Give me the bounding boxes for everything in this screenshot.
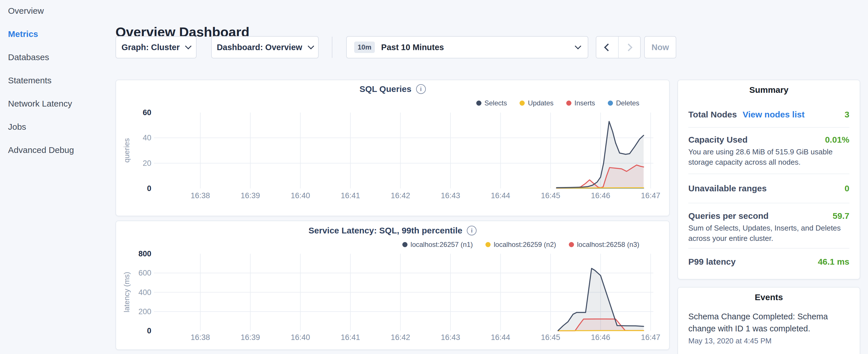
summary-row-value: 3	[844, 109, 849, 120]
app-root: OverviewMetricsDatabasesStatementsNetwor…	[0, 0, 868, 354]
svg-text:60: 60	[143, 108, 151, 117]
chevron-down-icon	[575, 43, 582, 50]
sidebar-item-network-latency[interactable]: Network Latency	[0, 95, 115, 112]
sql-queries-chart[interactable]: 020406016:3816:3916:4016:4116:4216:4316:…	[116, 80, 669, 216]
svg-text:0: 0	[147, 326, 151, 335]
svg-text:16:39: 16:39	[241, 191, 260, 200]
time-range-badge: 10m	[354, 41, 375, 53]
summary-row-line: Total NodesView nodes list3	[688, 109, 849, 120]
svg-text:16:45: 16:45	[541, 333, 560, 342]
summary-row: Total NodesView nodes list3	[688, 96, 849, 128]
svg-text:16:38: 16:38	[191, 333, 210, 342]
controls-divider	[332, 37, 333, 58]
summary-row: Unavailable ranges0	[688, 174, 849, 203]
event-timestamp: May 13, 2020 at 4:45 PM	[688, 335, 849, 347]
dashboard-dropdown-label: Dashboard: Overview	[217, 43, 302, 52]
sidebar-item-statements[interactable]: Statements	[0, 72, 115, 89]
service-latency-chart[interactable]: 020040060080016:3816:3916:4016:4116:4216…	[116, 221, 669, 349]
event-list-item: Schema Change Completed: Schema change w…	[688, 311, 849, 347]
summary-row-value: 59.7	[833, 210, 849, 222]
summary-row-label: P99 latency	[688, 256, 736, 267]
svg-text:16:41: 16:41	[341, 191, 360, 200]
graph-dropdown-label: Graph: Cluster	[122, 43, 180, 52]
summary-row-line: Capacity Used0.01%	[688, 134, 849, 146]
events-panel: Events Schema Change Completed: Schema c…	[677, 287, 860, 354]
event-text: Schema Change Completed: Schema change w…	[688, 311, 833, 334]
time-step-buttons	[596, 36, 641, 58]
summary-row-label: Queries per second	[688, 210, 769, 222]
summary-panel: Summary Total NodesView nodes list3Capac…	[677, 79, 860, 280]
sidebar-item-advanced-debug[interactable]: Advanced Debug	[0, 141, 115, 159]
svg-text:16:44: 16:44	[491, 191, 510, 200]
chevron-down-icon	[185, 43, 192, 50]
svg-text:16:40: 16:40	[290, 333, 310, 342]
summary-row-value: 0.01%	[825, 134, 849, 146]
svg-text:queries: queries	[122, 138, 131, 162]
svg-text:16:40: 16:40	[290, 191, 310, 200]
svg-text:800: 800	[138, 250, 151, 258]
svg-text:200: 200	[138, 307, 151, 316]
sidebar-item-databases[interactable]: Databases	[0, 49, 115, 66]
summary-row-label: Capacity Used	[688, 134, 748, 146]
svg-text:16:43: 16:43	[441, 333, 460, 342]
summary-row: Capacity Used0.01%You are using 28.6 MiB…	[688, 128, 849, 174]
sql-queries-chart-card: SQL Queries i SelectsUpdatesInsertsDelet…	[116, 79, 670, 216]
svg-text:20: 20	[143, 159, 151, 167]
summary-row: Queries per second59.7Sum of Selects, Up…	[688, 203, 849, 249]
svg-text:16:44: 16:44	[491, 333, 510, 342]
svg-text:600: 600	[138, 269, 151, 277]
graph-dropdown[interactable]: Graph: Cluster	[116, 36, 196, 58]
sidebar-item-metrics[interactable]: Metrics	[0, 26, 115, 43]
view-nodes-list-link[interactable]: View nodes list	[743, 109, 804, 120]
svg-text:16:45: 16:45	[541, 191, 560, 200]
svg-text:400: 400	[138, 288, 151, 297]
svg-text:16:43: 16:43	[441, 191, 460, 200]
summary-row-line: P99 latency46.1 ms	[688, 256, 849, 267]
time-range-label: Past 10 Minutes	[381, 43, 444, 52]
dashboard-dropdown[interactable]: Dashboard: Overview	[211, 36, 319, 58]
summary-row-description: You are using 28.6 MiB of 515.9 GiB usab…	[688, 147, 846, 167]
summary-row: P99 latency46.1 ms	[688, 249, 849, 267]
svg-text:16:38: 16:38	[191, 191, 210, 200]
chevron-down-icon	[308, 43, 314, 50]
svg-text:16:42: 16:42	[391, 191, 410, 200]
service-latency-chart-card: Service Latency: SQL, 99th percentile i …	[116, 221, 670, 350]
sidebar: OverviewMetricsDatabasesStatementsNetwor…	[0, 0, 115, 354]
sidebar-item-overview[interactable]: Overview	[0, 2, 115, 20]
svg-text:16:39: 16:39	[241, 333, 260, 342]
sidebar-item-jobs[interactable]: Jobs	[0, 118, 115, 135]
svg-text:40: 40	[143, 133, 151, 142]
svg-text:0: 0	[147, 184, 151, 193]
summary-row-label: Unavailable ranges	[688, 183, 767, 194]
svg-text:latency (ms): latency (ms)	[122, 272, 131, 313]
summary-row-value: 46.1 ms	[818, 256, 849, 267]
chevron-left-icon	[604, 43, 612, 51]
svg-text:16:47: 16:47	[641, 333, 660, 342]
svg-text:16:47: 16:47	[641, 191, 660, 200]
summary-row-value: 0	[844, 183, 849, 194]
summary-row-description: Sum of Selects, Updates, Inserts, and De…	[688, 223, 846, 244]
svg-text:16:42: 16:42	[391, 333, 410, 342]
summary-row-line: Unavailable ranges0	[688, 183, 849, 194]
next-time-button[interactable]	[618, 37, 641, 58]
summary-title: Summary	[688, 84, 849, 96]
previous-time-button[interactable]	[596, 37, 618, 58]
summary-row-line: Queries per second59.7	[688, 210, 849, 222]
events-title: Events	[688, 292, 849, 303]
time-range-selector[interactable]: 10m Past 10 Minutes	[346, 36, 588, 58]
summary-row-label: Total Nodes	[688, 109, 737, 120]
svg-text:16:46: 16:46	[591, 191, 610, 200]
now-button[interactable]: Now	[644, 36, 676, 58]
svg-text:16:46: 16:46	[591, 333, 610, 342]
svg-text:16:41: 16:41	[341, 333, 360, 342]
chevron-right-icon	[625, 43, 632, 51]
